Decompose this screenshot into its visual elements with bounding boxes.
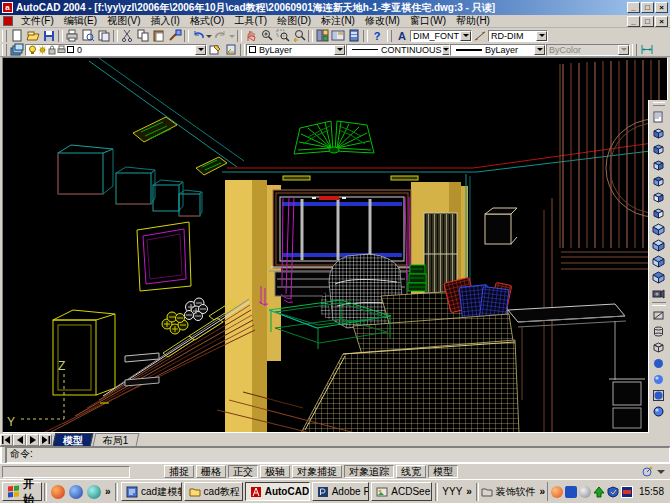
- band-chevron-icon[interactable]: »: [537, 486, 547, 497]
- view-se-isometric-button[interactable]: [651, 237, 667, 253]
- command-line[interactable]: 命令:: [6, 447, 670, 463]
- view-front-button[interactable]: [651, 189, 667, 205]
- start-button[interactable]: 开始: [2, 482, 42, 501]
- menu-format[interactable]: 格式(O): [185, 14, 229, 28]
- menu-modify[interactable]: 修改(M): [360, 14, 405, 28]
- make-layer-current-button[interactable]: [207, 43, 223, 57]
- save-button[interactable]: [41, 29, 57, 43]
- communication-center-icon[interactable]: [639, 465, 655, 478]
- drawing-canvas[interactable]: Z Y: [2, 57, 668, 433]
- plot-button[interactable]: [64, 29, 80, 43]
- tool-palettes-button[interactable]: [346, 29, 362, 43]
- polar-toggle[interactable]: 极轴: [260, 465, 290, 478]
- redo-button[interactable]: [213, 29, 229, 43]
- task-acdsee[interactable]: ACDSee v3.1...: [371, 482, 432, 501]
- taskbar-band-yyy[interactable]: YYY: [440, 486, 464, 497]
- doc-close-button[interactable]: ×: [655, 16, 668, 27]
- toolbar-grip[interactable]: [2, 44, 7, 56]
- last-tab-arrow-icon[interactable]: [39, 434, 52, 446]
- copy-button[interactable]: [135, 29, 151, 43]
- redo-dropdown-icon[interactable]: [229, 35, 235, 41]
- shade-hidden-button[interactable]: [651, 339, 667, 355]
- tray-language-icon[interactable]: [621, 486, 633, 498]
- messenger-quicklaunch-icon[interactable]: [87, 485, 101, 499]
- prev-tab-arrow-icon[interactable]: [13, 434, 26, 446]
- view-nw-isometric-button[interactable]: [651, 269, 667, 285]
- combo-arrow-icon[interactable]: [460, 31, 471, 41]
- layer-previous-button[interactable]: [223, 43, 239, 57]
- folder-band-icon[interactable]: [481, 486, 493, 498]
- camera-button[interactable]: [651, 285, 667, 301]
- shade-flat-edges-button[interactable]: [651, 387, 667, 403]
- undo-dropdown-icon[interactable]: [206, 35, 212, 41]
- layer-combo[interactable]: 0: [25, 44, 207, 56]
- first-tab-arrow-icon[interactable]: [0, 434, 13, 446]
- task-autocad[interactable]: AutoCAD 200...: [245, 482, 310, 501]
- new-button[interactable]: [9, 29, 25, 43]
- menu-window[interactable]: 窗口(W): [405, 14, 451, 28]
- snap-toggle[interactable]: 捕捉: [164, 465, 194, 478]
- menu-view[interactable]: 视图(V): [102, 14, 145, 28]
- autocad-app-icon[interactable]: a: [2, 2, 13, 13]
- combo-arrow-icon[interactable]: [334, 45, 345, 55]
- grid-toggle[interactable]: 栅格: [196, 465, 226, 478]
- tab-layout1[interactable]: 布局1: [93, 433, 139, 446]
- menu-dimension[interactable]: 标注(N): [316, 14, 360, 28]
- doc-restore-button[interactable]: □: [641, 16, 654, 27]
- linear-dimension-button[interactable]: [639, 43, 655, 57]
- view-sw-isometric-button[interactable]: [651, 221, 667, 237]
- browser-quicklaunch-icon[interactable]: [51, 485, 65, 499]
- doc-minimize-button[interactable]: _: [627, 16, 640, 27]
- help-button[interactable]: ?: [369, 29, 385, 43]
- zoom-realtime-button[interactable]: [259, 29, 275, 43]
- toolbar-grip[interactable]: [2, 30, 7, 42]
- osnap-toggle[interactable]: 对象捕捉: [292, 465, 342, 478]
- media-quicklaunch-icon[interactable]: [69, 485, 83, 499]
- restore-button[interactable]: □: [641, 2, 654, 13]
- designcenter-button[interactable]: [330, 29, 346, 43]
- menu-file[interactable]: 文件(F): [16, 14, 59, 28]
- properties-button[interactable]: [314, 29, 330, 43]
- shade-2d-wireframe-button[interactable]: [651, 307, 667, 323]
- document-icon[interactable]: [3, 16, 13, 26]
- shade-3d-wireframe-button[interactable]: [651, 323, 667, 339]
- plot-preview-button[interactable]: [80, 29, 96, 43]
- view-left-button[interactable]: [651, 157, 667, 173]
- dim-style-icon[interactable]: [472, 29, 488, 43]
- named-views-button[interactable]: [651, 109, 667, 125]
- menu-help[interactable]: 帮助(H): [451, 14, 495, 28]
- publish-button[interactable]: [96, 29, 112, 43]
- color-combo[interactable]: ByLayer: [246, 44, 346, 56]
- minimize-button[interactable]: _: [627, 2, 640, 13]
- combo-arrow-icon[interactable]: [195, 45, 206, 55]
- text-style-icon[interactable]: A: [394, 29, 410, 43]
- dim-style-combo[interactable]: RD-DIM: [488, 30, 548, 42]
- pan-realtime-button[interactable]: [243, 29, 259, 43]
- cut-icon[interactable]: [119, 29, 135, 43]
- task-cad-folder[interactable]: cad教程: [184, 482, 243, 501]
- taskbar-clock[interactable]: 15:58: [635, 486, 668, 497]
- zoom-window-button[interactable]: [275, 29, 291, 43]
- combo-arrow-icon[interactable]: [534, 45, 545, 55]
- task-photoshop[interactable]: Adobe Photo...: [312, 482, 370, 501]
- close-button[interactable]: ×: [655, 2, 668, 13]
- lineweight-toggle[interactable]: 线宽: [396, 465, 426, 478]
- shade-flat-button[interactable]: [651, 355, 667, 371]
- combo-arrow-icon[interactable]: [536, 31, 547, 41]
- task-cad-modeling[interactable]: cad建模教程...: [121, 482, 182, 501]
- toolbar-grip[interactable]: [632, 44, 637, 56]
- open-button[interactable]: [25, 29, 41, 43]
- shade-gouraud-edges-button[interactable]: [651, 403, 667, 419]
- menu-edit[interactable]: 编辑(E): [59, 14, 102, 28]
- taskbar-band-decor[interactable]: 装饰软件: [493, 485, 537, 499]
- status-tray-arrow-icon[interactable]: [657, 470, 665, 478]
- tab-model[interactable]: 模型: [53, 433, 94, 446]
- layer-manager-button[interactable]: [9, 43, 25, 57]
- menu-tools[interactable]: 工具(T): [229, 14, 272, 28]
- tray-antivirus-icon[interactable]: [607, 486, 619, 498]
- view-bottom-button[interactable]: [651, 141, 667, 157]
- zoom-previous-button[interactable]: [291, 29, 307, 43]
- tray-volume-icon[interactable]: [579, 486, 591, 498]
- next-tab-arrow-icon[interactable]: [26, 434, 39, 446]
- menu-insert[interactable]: 插入(I): [145, 14, 184, 28]
